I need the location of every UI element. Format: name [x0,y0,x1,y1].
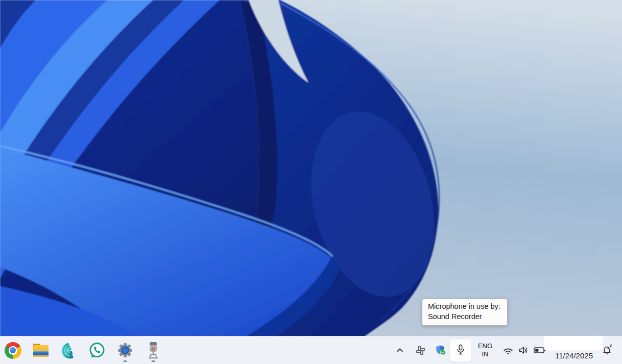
chevron-up-icon [395,345,405,355]
date-label: 11/24/2025 [547,351,601,360]
whatsapp-icon [88,341,106,359]
quick-settings-button[interactable] [500,336,547,364]
wifi-icon [503,346,514,355]
language-line-2: IN [482,350,489,358]
microphone-icon [456,344,466,357]
notification-center-button[interactable]: z z [596,336,618,364]
show-hidden-icons-button[interactable] [391,336,409,364]
tray-windows-security-button[interactable] [432,336,450,364]
taskbar-wave-app-button[interactable] [59,338,79,362]
teal-wave-icon [60,341,78,359]
desktop: Microphone in use by: Sound Recorder [0,0,622,364]
svg-text:z: z [609,344,612,348]
taskbar-chrome-button[interactable] [3,338,23,362]
tooltip-line-2: Sound Recorder [428,312,501,322]
settings-running-indicator [124,360,127,362]
settings-gear-icon [116,342,134,359]
sound-recorder-running-indicator [152,360,155,362]
sound-recorder-mic-icon [145,341,162,360]
tray-pinwheel-app-button[interactable] [411,336,429,364]
taskbar-whatsapp-button[interactable] [87,338,107,362]
chrome-icon [5,342,21,359]
windows-security-shield-icon [435,345,446,356]
microphone-in-use-tooltip: Microphone in use by: Sound Recorder [422,299,508,326]
tooltip-line-1: Microphone in use by: [428,302,501,312]
volume-icon [518,346,529,355]
taskbar: ENG IN 11/24/2025 [0,336,622,364]
taskbar-settings-button[interactable] [115,338,135,362]
taskbar-file-explorer-button[interactable] [31,338,51,362]
pinwheel-app-icon [415,345,426,356]
file-explorer-icon [32,343,50,358]
taskbar-sound-recorder-button[interactable] [143,338,163,362]
language-indicator-button[interactable]: ENG IN [473,336,497,364]
battery-icon [534,347,546,354]
wallpaper-bloom [0,0,622,364]
tray-microphone-in-use-button[interactable] [450,339,471,361]
language-line-1: ENG [478,342,492,350]
do-not-disturb-bell-icon: z z [601,344,614,357]
